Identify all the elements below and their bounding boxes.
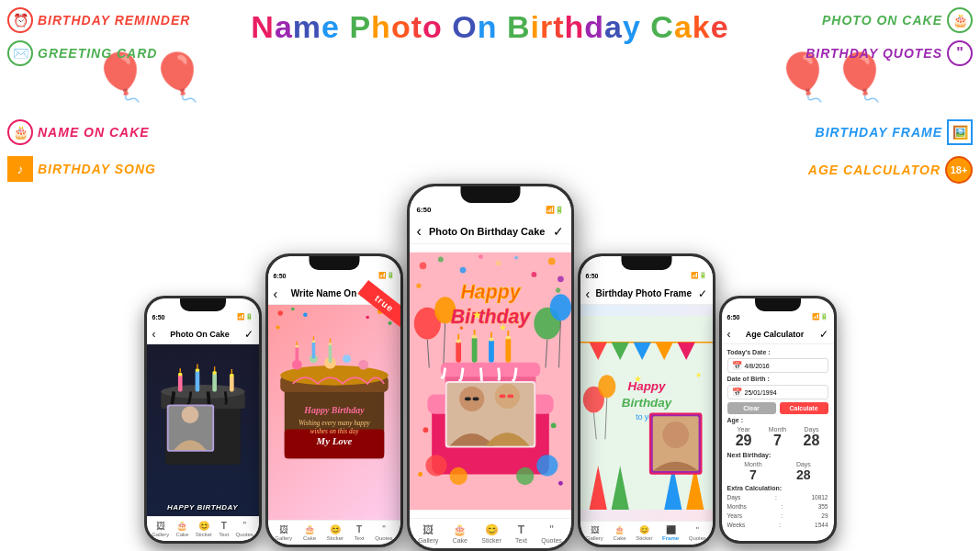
title-a3: a <box>674 9 693 44</box>
next-days-label: Days <box>796 461 811 467</box>
phone3-tool-sticker[interactable]: 😊Sticker <box>481 523 501 544</box>
phone3-toolbar: 🖼Gallery 🎂Cake 😊Sticker TText "Quotes <box>410 518 571 548</box>
svg-rect-76 <box>456 341 461 362</box>
phone3-tool-text[interactable]: TText <box>515 523 527 544</box>
phone2-tool-sticker[interactable]: 😊Sticker <box>327 524 344 541</box>
title-space4 <box>641 9 650 44</box>
phone3-tool-quotes[interactable]: "Quotes <box>541 523 562 544</box>
birthday-quotes-label: Birthday Quotes <box>805 46 942 61</box>
phone3-notch <box>460 186 520 203</box>
svg-rect-89 <box>446 383 534 446</box>
title-m: m <box>293 9 321 44</box>
phone1-tool-sticker[interactable]: 😊Sticker <box>196 521 212 537</box>
age-year-display: Year 29 <box>736 426 752 449</box>
feature-birthday-frame[interactable]: Birthday Frame 🖼️ <box>816 119 973 145</box>
birthday-song-label: Birthday Song <box>38 162 156 176</box>
svg-point-51 <box>547 258 555 265</box>
dob-input[interactable]: 📅 25/01/1994 <box>727 385 828 399</box>
svg-rect-92 <box>464 397 470 400</box>
feature-birthday-quotes[interactable]: Birthday Quotes " <box>805 40 973 66</box>
phone3-check[interactable]: ✓ <box>553 224 564 239</box>
todays-date-input[interactable]: 📅 4/8/2016 <box>727 358 828 373</box>
next-month-value: 7 <box>744 467 761 482</box>
phone2-tool-quotes[interactable]: "Quotes <box>375 524 392 541</box>
phone3-content: Happy Birthday ★ ★ ✦ <box>410 244 571 518</box>
title-o1: o <box>391 9 411 44</box>
svg-point-39 <box>295 345 299 348</box>
svg-point-58 <box>514 256 518 260</box>
phone3-tool-cake[interactable]: 🎂Cake <box>453 523 467 544</box>
phone4-tool-sticker[interactable]: 😊Sticker <box>636 525 652 541</box>
phone2-content: Happy Birthday Wishing every many happy … <box>268 305 400 520</box>
title-t2: t <box>553 9 564 44</box>
feature-greeting-card[interactable]: ✉️ Greeting Card <box>7 40 190 66</box>
extra-days-row: Days : 10812 <box>727 494 828 500</box>
calculate-button[interactable]: Calculate <box>780 402 828 414</box>
svg-point-80 <box>471 335 477 339</box>
phone4-frame-svg: Happy Birthday to you <box>580 305 713 521</box>
title-d: d <box>584 9 604 44</box>
phone2-tool-gallery[interactable]: 🖼Gallery <box>275 524 292 541</box>
svg-point-52 <box>531 272 536 277</box>
title-o3: O <box>452 9 477 44</box>
age-year-value: 29 <box>736 433 752 449</box>
phone1-notch <box>180 298 226 311</box>
svg-point-96 <box>425 455 446 476</box>
title-h2: h <box>564 9 584 44</box>
phone4-tool-cake[interactable]: 🎂Cake <box>613 525 625 541</box>
phone-3: 6:50 📶🔋 ‹ Photo On Birthday Cake ✓ <box>407 184 574 551</box>
phone4-tool-gallery[interactable]: 🖼Gallery <box>586 525 603 541</box>
calendar-icon-1: 📅 <box>732 361 742 370</box>
svg-text:★: ★ <box>694 371 701 379</box>
phone4-signal: 📶🔋 <box>691 272 707 279</box>
feature-age-calculator[interactable]: Age Calculator 18+ <box>808 156 973 184</box>
phone5-time: 6:50 <box>727 314 740 320</box>
phone2-signal: 📶🔋 <box>378 272 395 279</box>
svg-point-57 <box>495 260 501 265</box>
svg-rect-94 <box>499 395 505 399</box>
phone1-cake-svg <box>147 344 259 482</box>
phone1-tool-text[interactable]: TText <box>219 521 229 537</box>
title-n1: n <box>478 9 498 44</box>
svg-point-97 <box>449 467 467 485</box>
svg-point-13 <box>229 374 233 377</box>
phone5-check[interactable]: ✓ <box>819 328 828 341</box>
svg-point-100 <box>422 427 428 433</box>
svg-point-98 <box>516 467 534 485</box>
feature-name-on-cake[interactable]: 🎂 Name On Cake <box>7 119 156 145</box>
svg-text:Happy Birthday: Happy Birthday <box>303 405 365 415</box>
phone2-tool-cake[interactable]: 🎂Cake <box>303 524 316 541</box>
svg-point-123 <box>598 375 615 398</box>
phone4-tool-quotes[interactable]: "Quotes <box>689 525 706 541</box>
svg-rect-79 <box>471 337 477 363</box>
phone4-check[interactable]: ✓ <box>698 287 707 300</box>
phone4-title: Birthday Photo Frame <box>590 288 697 298</box>
svg-point-101 <box>550 422 556 428</box>
feature-birthday-song[interactable]: ♪ Birthday Song <box>7 156 156 182</box>
clear-button[interactable]: Clear <box>727 402 776 414</box>
feature-photo-on-cake[interactable]: Photo On Cake 🎂 <box>822 7 973 33</box>
feature-birthday-reminder[interactable]: ⏰ Birthday Reminder <box>7 7 190 33</box>
phone3-signal: 📶🔋 <box>546 206 564 214</box>
phone2-tool-text[interactable]: TText <box>355 524 365 541</box>
phone4-notch <box>621 256 671 270</box>
svg-rect-38 <box>295 346 299 365</box>
quotes-icon: " <box>947 40 973 66</box>
phone1-check[interactable]: ✓ <box>244 328 253 341</box>
phone1-tool-gallery[interactable]: 🖼Gallery <box>152 521 169 537</box>
phone3-scene-svg: Happy Birthday ★ ★ ✦ <box>410 244 571 518</box>
title-r: r <box>540 9 553 44</box>
phone1-tool-quotes[interactable]: "Quotes <box>236 521 253 537</box>
dob-value: 25/01/1994 <box>745 389 777 396</box>
svg-point-121 <box>662 422 689 448</box>
phone2-time: 6:50 <box>274 273 287 279</box>
svg-point-65 <box>549 294 570 320</box>
svg-rect-3 <box>177 375 182 392</box>
phone5-signal: 📶🔋 <box>812 313 828 320</box>
phone4-tool-frame[interactable]: ⬛Frame <box>662 525 679 541</box>
phone3-tool-gallery[interactable]: 🖼Gallery <box>418 523 438 544</box>
frame-icon: 🖼️ <box>947 119 973 145</box>
phone-1: 6:50 📶🔋 ‹ Photo On Cake ✓ <box>144 296 262 544</box>
svg-rect-75 <box>440 363 539 377</box>
phone1-tool-cake[interactable]: 🎂Cake <box>175 521 188 537</box>
